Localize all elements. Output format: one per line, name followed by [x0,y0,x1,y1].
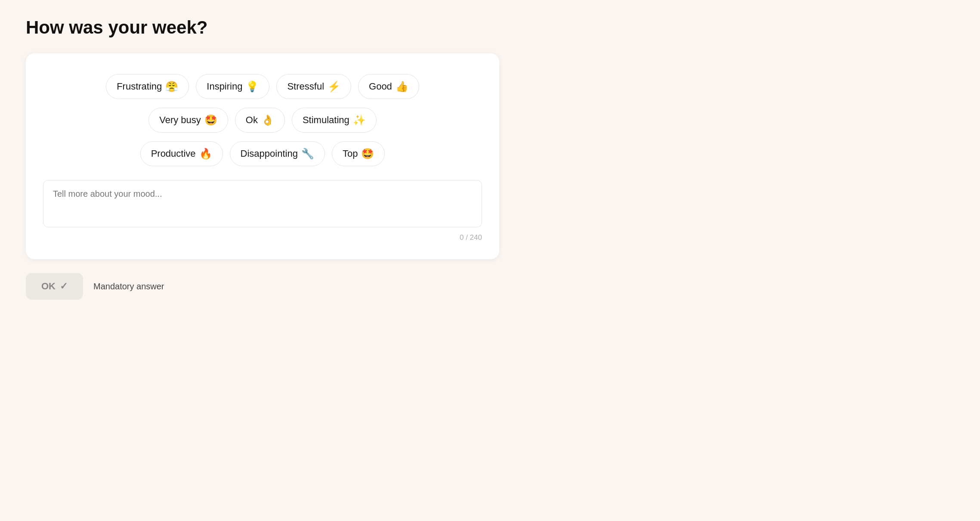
page-title: How was your week? [26,17,499,38]
mandatory-label: Mandatory answer [93,282,164,292]
char-count: 0 / 240 [43,233,482,242]
mood-chip-stimulating[interactable]: Stimulating ✨ [292,108,377,133]
mood-textarea[interactable] [43,180,482,227]
mood-options: Frustrating 😤 Inspiring 💡 Stressful ⚡ Go… [43,74,482,166]
mood-chip-very-busy[interactable]: Very busy 🤩 [148,108,228,133]
mood-chip-top[interactable]: Top 🤩 [332,141,385,166]
footer: OK ✓ Mandatory answer [26,273,499,300]
mood-row-2: Very busy 🤩 Ok 👌 Stimulating ✨ [148,108,377,133]
mood-row-3: Productive 🔥 Disappointing 🔧 Top 🤩 [140,141,385,166]
page-wrapper: How was your week? Frustrating 😤 Inspiri… [26,17,499,300]
mood-row-1: Frustrating 😤 Inspiring 💡 Stressful ⚡ Go… [106,74,419,99]
ok-button[interactable]: OK ✓ [26,273,83,300]
mood-chip-good[interactable]: Good 👍 [358,74,419,99]
ok-check: ✓ [60,281,68,292]
mood-chip-stressful[interactable]: Stressful ⚡ [276,74,351,99]
mood-chip-frustrating[interactable]: Frustrating 😤 [106,74,189,99]
mood-chip-productive[interactable]: Productive 🔥 [140,141,223,166]
ok-label: OK [41,281,56,292]
card: Frustrating 😤 Inspiring 💡 Stressful ⚡ Go… [26,53,499,259]
mood-chip-disappointing[interactable]: Disappointing 🔧 [230,141,325,166]
mood-chip-inspiring[interactable]: Inspiring 💡 [196,74,269,99]
mood-chip-ok[interactable]: Ok 👌 [235,108,285,133]
